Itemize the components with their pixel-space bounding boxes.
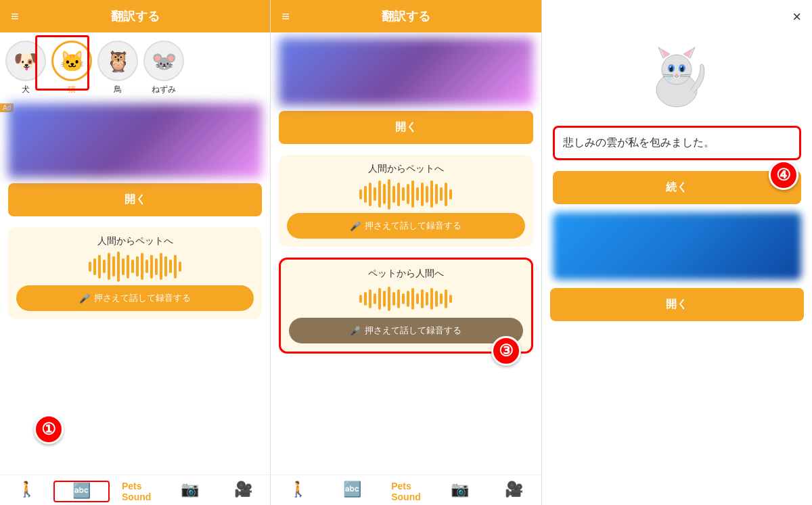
blurred-ad-image-1 [8,103,262,178]
pet-label-mouse: ねずみ [152,84,176,95]
translation-result: 悲しみの雲が私を包みました。 [553,126,801,160]
bottom-nav-2: 🚶 🔤 PetsSound 📷 🎥 [271,475,541,505]
mic-icon-1: 🎤 [79,293,90,304]
p2h-title: ペットから人間へ [289,268,522,280]
header-2: ≡ 翻訳する [271,0,541,32]
pet-selector: 🐶 犬 🐱 猫 🦉 鳥 🐭 ねずみ [0,32,270,103]
step-badge-4: ④ [769,160,798,190]
cat-svg [633,39,721,114]
h2p-title: 人間からペットへ [287,163,524,175]
pet-item-cat[interactable]: 🐱 猫 [51,41,92,95]
blurred-top-image [279,38,533,105]
waveform-2 [287,181,524,208]
translated-text: 悲しみの雲が私を包みました。 [563,137,715,148]
close-container: × [542,0,812,26]
open-button-3[interactable]: 開く [550,288,804,321]
menu-icon-2[interactable]: ≡ [281,9,290,24]
card-title-1: 人間からペットへ [16,235,254,247]
pet-label-bird: 鳥 [114,84,122,95]
walk-icon-1: 🚶 [18,481,36,498]
panel1-content: 🐶 犬 🐱 猫 🦉 鳥 🐭 ねずみ Ad [0,32,270,475]
step-number-1: ① [34,414,64,444]
pet-circle-cat[interactable]: 🐱 [51,41,92,81]
nav-video-2[interactable]: 🎥 [487,481,541,502]
pet-item-bird[interactable]: 🦉 鳥 [97,41,138,95]
bottom-nav-1: 🚶 🔤 PetsSound 📷 🎥 [0,475,270,505]
pet-selector-wrapper: 🐶 犬 🐱 猫 🦉 鳥 🐭 ねずみ [0,32,270,103]
pet-to-human-wrapper: ペットから人間へ 🎤 押さえて話して録音する ③ [271,252,541,359]
ad-container-1: Ad [0,103,270,178]
mic-icon-2: 🎤 [350,221,361,231]
cat-illustration-container [542,26,812,120]
step-number-4: ④ [769,160,798,190]
camera-icon-1: 📷 [181,481,199,498]
phone-panel-1: ≡ 翻訳する 🐶 犬 🐱 猫 🦉 鳥 🐭 ねずみ [0,0,271,505]
record-label-1: 押さえて話して録音する [94,292,191,304]
waveform-3 [289,285,522,312]
video-icon-2: 🎥 [505,481,523,498]
step-badge-3: ③ [491,336,521,366]
pet-circle-dog[interactable]: 🐶 [5,41,46,81]
pets-sound-icon-2: PetsSound [391,481,421,502]
menu-icon-1[interactable]: ≡ [11,9,19,24]
open-button-1[interactable]: 開く [8,183,262,216]
record-button-2[interactable]: 🎤 押さえて話して録音する [287,213,524,239]
nav-video-1[interactable]: 🎥 [217,481,270,502]
pet-circle-bird[interactable]: 🦉 [97,41,138,81]
nav-walk-2[interactable]: 🚶 [271,481,325,502]
record-label-2: 押さえて話して録音する [365,220,461,232]
mic-icon-3: 🎤 [350,326,361,336]
human-to-pet-card: 人間からペットへ 🎤 押さえて話して録音する [279,155,533,247]
phone-panel-3: × [542,0,812,505]
svg-point-1 [662,55,692,85]
blurred-ad-panel-3 [553,212,801,280]
header-title-1: 翻訳する [111,8,160,24]
nav-walk-1[interactable]: 🚶 [0,481,53,502]
record-label-3: 押さえて話して録音する [365,324,461,337]
video-icon-1: 🎥 [234,481,252,498]
top-image-container [279,38,533,105]
camera-icon-2: 📷 [451,481,469,498]
nav-camera-1[interactable]: 📷 [163,481,217,502]
continue-wrapper: 続く ④ [542,166,812,210]
pets-sound-icon-1: PetsSound [122,481,152,502]
nav-pets-sound-1[interactable]: PetsSound [110,481,163,502]
translate-icon-2: 🔤 [343,481,361,498]
open-button-2[interactable]: 開く [279,111,533,144]
pet-item-mouse[interactable]: 🐭 ねずみ [143,41,184,95]
walk-icon-2: 🚶 [289,481,307,498]
continue-button[interactable]: 続く [553,171,801,204]
pet-item-dog[interactable]: 🐶 犬 [5,41,46,95]
header-1: ≡ 翻訳する [0,0,270,32]
translate-icon-1: 🔤 [72,482,91,500]
pet-circle-mouse[interactable]: 🐭 [143,41,184,81]
panel2-content: 開く 人間からペットへ 🎤 押さえて話して録音する ペットから人間へ 🎤 押さえ… [271,32,541,475]
header-title-2: 翻訳する [382,8,430,24]
translation-card-1: 人間からペットへ 🎤 押さえて話して録音する [8,227,262,319]
pet-label-dog: 犬 [22,84,30,95]
record-button-1[interactable]: 🎤 押さえて話して録音する [16,285,254,311]
phone-panel-2: ≡ 翻訳する 開く 人間からペットへ 🎤 押さえて話して録音する ペットから人間… [271,0,541,505]
close-icon[interactable]: × [792,8,801,26]
pet-label-cat: 猫 [68,84,76,95]
step-number-3: ③ [491,336,521,366]
nav-pets-sound-2[interactable]: PetsSound [379,481,433,502]
step-badge-1: ① [34,414,64,444]
svg-point-17 [668,76,671,80]
svg-point-11 [681,66,682,68]
waveform-1 [16,253,254,280]
record-button-3[interactable]: 🎤 押さえて話して録音する [289,318,522,343]
nav-camera-2[interactable]: 📷 [433,481,487,502]
nav-translate-1[interactable]: 🔤 [53,481,110,502]
svg-point-10 [670,66,671,68]
nav-translate-2[interactable]: 🔤 [325,481,379,502]
